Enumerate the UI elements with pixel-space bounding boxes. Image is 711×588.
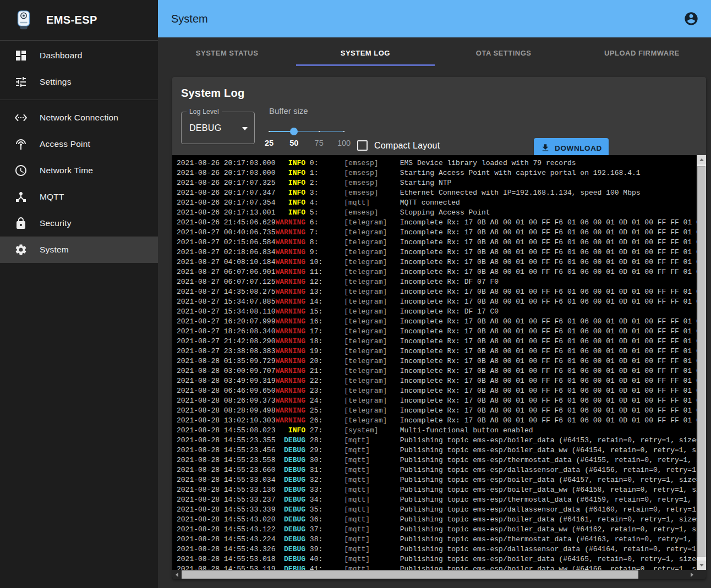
log-line: 2021-08-27 04:08:10.184WARNING 10: [tele… — [177, 257, 697, 267]
compact-layout-toggle[interactable]: Compact Layout — [357, 140, 440, 151]
log-line: 2021-08-27 16:20:07.999WARNING 16: [tele… — [177, 317, 697, 327]
tab-bar: SYSTEM STATUSSYSTEM LOGOTA SETTINGSUPLOA… — [158, 37, 711, 68]
log-line: 2021-08-27 15:34:08.110WARNING 15: [tele… — [177, 307, 697, 317]
log-line: 2021-08-26 20:17:03.000 INFO 0: [emsesp]… — [177, 158, 697, 168]
vertical-scrollbar-thumb[interactable] — [697, 166, 705, 557]
log-line: 2021-08-27 00:40:06.735WARNING 7: [teleg… — [177, 228, 697, 238]
ems-esp-logo-icon — [13, 10, 34, 31]
slider-mark-labels: 255075100 — [269, 139, 344, 149]
chevron-down-icon — [242, 127, 248, 130]
log-line: 2021-08-26 20:17:07.354 INFO 4: [mqtt] M… — [177, 198, 697, 208]
log-line: 2021-08-28 01:35:09.729WARNING 20: [tele… — [177, 356, 697, 366]
sidebar-item-label: Settings — [40, 77, 72, 87]
buffer-size-slider[interactable] — [269, 128, 344, 135]
log-view: 2021-08-26 20:17:03.000 INFO 0: [emsesp]… — [172, 155, 706, 579]
tab-ota-settings[interactable]: OTA SETTINGS — [435, 37, 573, 68]
scroll-down-arrow-icon[interactable] — [697, 560, 706, 570]
sidebar-item-label: Network Time — [40, 166, 93, 175]
slider-thumb[interactable] — [290, 128, 298, 135]
sidebar-header: EMS-ESP — [0, 0, 158, 41]
sidebar-item-settings[interactable]: Settings — [0, 69, 158, 95]
sidebar: EMS-ESP DashboardSettingsNetwork Connect… — [0, 0, 158, 588]
sidebar-item-label: Network Connection — [40, 113, 118, 123]
log-line: 2021-08-26 20:17:07.325 INFO 2: [emsesp]… — [177, 178, 697, 188]
log-line: 2021-08-28 14:55:33.237 DEBUG 34: [mqtt]… — [177, 495, 697, 505]
scroll-right-arrow-icon[interactable] — [687, 570, 697, 579]
slider-mark-label: 25 — [265, 139, 274, 147]
ethernet-icon — [14, 111, 28, 124]
app-title: EMS-ESP — [46, 14, 97, 26]
sidebar-item-label: System — [40, 245, 69, 255]
device-hub-icon — [14, 190, 28, 204]
log-level-label: Log Level — [187, 108, 222, 116]
dashboard-icon — [14, 49, 28, 62]
log-line: 2021-08-28 14:55:33.339 DEBUG 35: [mqtt]… — [177, 505, 697, 515]
tab-system-status[interactable]: SYSTEM STATUS — [158, 37, 296, 68]
log-line: 2021-08-28 14:55:08.023 INFO 27: [system… — [177, 426, 697, 436]
sidebar-item-network-time[interactable]: Network Time — [0, 157, 158, 184]
account-circle-icon[interactable] — [683, 11, 699, 26]
compact-layout-label: Compact Layout — [374, 141, 440, 151]
lock-icon — [14, 217, 28, 230]
log-line: 2021-08-28 14:55:43.326 DEBUG 39: [mqtt]… — [177, 545, 697, 554]
log-line: 2021-08-28 14:55:43.020 DEBUG 36: [mqtt]… — [177, 515, 697, 525]
sidebar-item-access-point[interactable]: Access Point — [0, 131, 158, 157]
sidebar-item-dashboard[interactable]: Dashboard — [0, 42, 158, 69]
log-line: 2021-08-28 08:26:09.373WARNING 24: [tele… — [177, 396, 697, 406]
tab-system-log[interactable]: SYSTEM LOG — [296, 37, 434, 68]
gear-icon — [14, 243, 28, 256]
log-line: 2021-08-28 03:00:09.707WARNING 21: [tele… — [177, 366, 697, 376]
horizontal-scrollbar-thumb[interactable] — [182, 570, 638, 579]
log-line: 2021-08-28 14:55:23.660 DEBUG 31: [mqtt]… — [177, 465, 697, 475]
log-line: 2021-08-28 14:55:23.355 DEBUG 28: [mqtt]… — [177, 436, 697, 446]
log-line: 2021-08-28 14:55:43.122 DEBUG 37: [mqtt]… — [177, 525, 697, 535]
sidebar-item-label: Access Point — [40, 139, 90, 149]
log-line: 2021-08-28 14:55:43.224 DEBUG 38: [mqtt]… — [177, 535, 697, 545]
slider-mark-label: 100 — [337, 139, 351, 147]
log-line: 2021-08-27 23:38:08.383WARNING 19: [tele… — [177, 347, 697, 356]
sidebar-menu: DashboardSettingsNetwork ConnectionAcces… — [0, 41, 158, 263]
download-button-label: DOWNLOAD — [555, 144, 602, 152]
buffer-size-group: Buffer size 255075100 — [269, 106, 352, 149]
sidebar-item-security[interactable]: Security — [0, 210, 158, 237]
slider-mark-label: 50 — [289, 139, 298, 147]
tune-icon — [14, 75, 28, 89]
slider-mark-label: 75 — [315, 139, 324, 147]
slider-tick — [343, 131, 344, 132]
checkbox-icon[interactable] — [357, 140, 368, 151]
log-line: 2021-08-26 20:17:07.347 INFO 3: [emsesp]… — [177, 188, 697, 198]
log-line: 2021-08-28 06:46:09.650WARNING 23: [tele… — [177, 386, 697, 396]
log-line: 2021-08-27 06:07:06.901WARNING 11: [tele… — [177, 267, 697, 277]
sidebar-item-label: Security — [40, 218, 72, 228]
vertical-scrollbar[interactable] — [697, 155, 706, 570]
sidebar-item-network-connection[interactable]: Network Connection — [0, 105, 158, 131]
tab-upload-firmware[interactable]: UPLOAD FIRMWARE — [573, 37, 711, 68]
app-bar: System — [158, 0, 711, 37]
buffer-size-label: Buffer size — [269, 106, 352, 116]
log-lines: 2021-08-26 20:17:03.000 INFO 0: [emsesp]… — [177, 158, 697, 579]
log-line: 2021-08-26 21:45:06.629WARNING 6: [teleg… — [177, 218, 697, 228]
sidebar-item-mqtt[interactable]: MQTT — [0, 184, 158, 210]
log-line: 2021-08-28 03:49:09.319WARNING 22: [tele… — [177, 376, 697, 386]
scroll-left-arrow-icon[interactable] — [172, 570, 182, 579]
clock-icon — [14, 164, 28, 177]
page-title: System — [171, 13, 208, 25]
log-level-select[interactable]: Log Level DEBUG — [181, 112, 255, 144]
sidebar-item-label: MQTT — [40, 192, 64, 202]
main-area: System SYSTEM STATUSSYSTEM LOGOTA SETTIN… — [158, 0, 711, 588]
horizontal-scrollbar[interactable] — [172, 570, 697, 579]
log-line: 2021-08-26 20:17:13.001 INFO 5: [emsesp]… — [177, 208, 697, 218]
log-level-value: DEBUG — [189, 123, 221, 133]
scroll-up-arrow-icon[interactable] — [697, 155, 706, 164]
log-line: 2021-08-28 14:55:23.558 DEBUG 30: [mqtt]… — [177, 455, 697, 465]
wifi-tethering-icon — [14, 138, 28, 151]
log-line: 2021-08-26 20:17:03.000 INFO 1: [emsesp]… — [177, 168, 697, 178]
log-line: 2021-08-27 18:26:08.340WARNING 17: [tele… — [177, 327, 697, 337]
log-line: 2021-08-27 06:07:07.125WARNING 12: [tele… — [177, 277, 697, 287]
log-line: 2021-08-27 15:34:07.885WARNING 14: [tele… — [177, 297, 697, 307]
card-title: System Log — [172, 77, 706, 100]
slider-tick — [269, 131, 270, 132]
sidebar-divider — [0, 100, 158, 100]
log-line: 2021-08-27 21:42:08.290WARNING 18: [tele… — [177, 337, 697, 347]
sidebar-item-system[interactable]: System — [0, 237, 158, 263]
